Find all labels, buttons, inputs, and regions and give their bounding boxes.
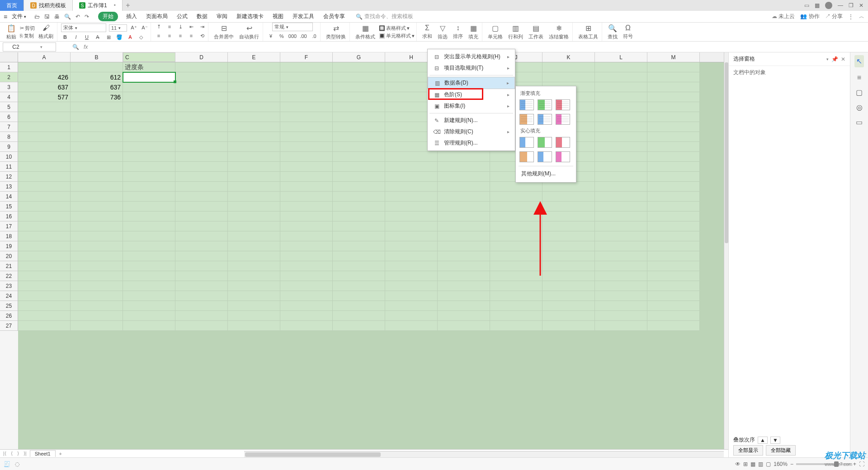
cell[interactable] [18,291,71,301]
cell[interactable] [595,311,647,321]
cell[interactable] [647,241,700,251]
cell[interactable] [280,62,333,72]
cell[interactable] [595,162,647,172]
row-14[interactable]: 14 [0,192,18,202]
cell[interactable] [490,212,542,221]
cell[interactable] [385,172,438,182]
cell[interactable] [333,281,385,291]
cell[interactable] [595,112,647,122]
cell[interactable]: 进度条 [123,62,175,72]
dd-color-scales[interactable]: ▦ 色阶(S) ▸ [428,89,515,100]
cell[interactable] [542,62,595,72]
cell[interactable] [595,261,647,271]
cell[interactable] [280,241,333,251]
cell[interactable] [18,271,71,281]
cell[interactable] [595,241,647,251]
wrap-button[interactable]: ↩自动换行 [237,24,261,40]
cell[interactable] [333,221,385,231]
cell[interactable] [123,281,175,291]
cell[interactable] [175,132,228,142]
row-3[interactable]: 3 [0,82,18,92]
cell[interactable] [123,251,175,261]
cell[interactable] [18,301,71,311]
cell[interactable] [228,291,280,301]
cell[interactable] [18,142,71,152]
cell-style-button[interactable]: 🔳 单元格样式 ▾ [379,33,415,39]
databar-gradient-green[interactable] [538,99,552,110]
cell[interactable] [18,102,71,112]
file-menu[interactable]: 文件 ▾ [12,13,26,20]
cell[interactable] [280,82,333,92]
row-2[interactable]: 2 [0,72,18,82]
cell[interactable] [71,142,123,152]
cell[interactable] [18,162,71,172]
row-7[interactable]: 7 [0,122,18,132]
italic-icon[interactable]: I [72,33,80,41]
cell[interactable] [647,172,700,182]
cell[interactable] [175,112,228,122]
row-16[interactable]: 16 [0,212,18,221]
presentation-tool-icon[interactable]: ▭ [856,118,863,127]
cell[interactable] [175,82,228,92]
location-tool-icon[interactable]: ◎ [856,103,863,112]
cell[interactable] [228,162,280,172]
cell[interactable] [385,251,438,261]
row-17[interactable]: 17 [0,221,18,231]
cell[interactable] [542,241,595,251]
cell[interactable] [595,152,647,162]
cell[interactable] [175,311,228,321]
font-color-icon[interactable]: A [126,33,134,41]
cell[interactable] [123,122,175,132]
cell[interactable] [123,162,175,172]
cell[interactable] [333,291,385,301]
worksheet-button[interactable]: ▤工作表 [527,24,545,40]
command-search[interactable]: 🔍 查找命令、搜索模板 [356,13,413,20]
cell[interactable] [647,291,700,301]
cell[interactable] [71,182,123,192]
cell[interactable]: 637 [18,82,71,92]
cell[interactable] [490,271,542,281]
collapse-ribbon-icon[interactable]: ︿ [859,13,864,20]
cell[interactable] [542,221,595,231]
cell[interactable] [333,241,385,251]
cell[interactable] [123,212,175,221]
cell[interactable] [228,62,280,72]
cell[interactable] [647,301,700,311]
cell[interactable] [228,281,280,291]
cell[interactable] [490,321,542,331]
cell[interactable] [595,82,647,92]
cell[interactable] [71,281,123,291]
cell[interactable] [542,231,595,241]
cell[interactable] [542,251,595,261]
align-left-icon[interactable]: ≡ [155,32,163,40]
cell[interactable] [647,261,700,271]
cell[interactable] [175,72,228,82]
pin-icon[interactable]: 📌 [831,56,838,62]
reading-view-icon[interactable]: ▢ [766,461,771,467]
type-convert-button[interactable]: ⇄类型转换 [324,24,348,40]
cell[interactable] [438,221,490,231]
row-9[interactable]: 9 [0,142,18,152]
cell[interactable] [123,301,175,311]
cell[interactable] [228,271,280,281]
cell[interactable] [280,192,333,202]
cell[interactable] [595,301,647,311]
increase-font-icon[interactable]: A⁺ [130,24,138,32]
cell[interactable] [175,251,228,261]
cell[interactable] [228,311,280,321]
cell[interactable] [595,231,647,241]
stack-up-icon[interactable]: ▲ [758,437,768,444]
col-C[interactable]: C [123,52,175,62]
normal-view-icon[interactable]: ▦ [750,461,755,467]
cell[interactable] [333,192,385,202]
row-4[interactable]: 4 [0,92,18,102]
cell[interactable] [123,132,175,142]
cell[interactable] [123,192,175,202]
cell[interactable] [175,122,228,132]
cell[interactable] [18,192,71,202]
align-top-icon[interactable]: ⤒ [155,23,163,31]
cell[interactable] [123,271,175,281]
show-all-button[interactable]: 全部显示 [733,445,763,456]
cell[interactable] [333,82,385,92]
name-box[interactable]: C2 ▾ [3,42,56,52]
